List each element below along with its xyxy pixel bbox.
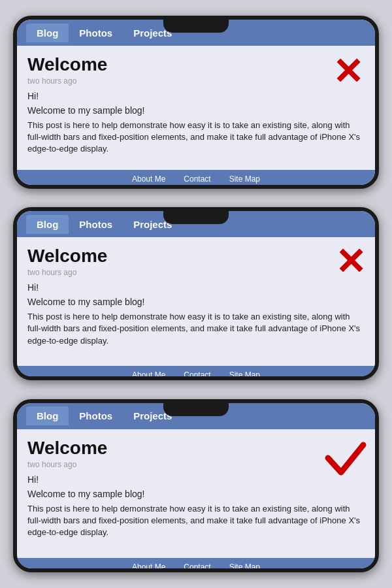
post-hi-3: Hi! xyxy=(27,474,365,485)
nav-tab-blog-3[interactable]: Blog xyxy=(26,406,69,425)
footer-about-1[interactable]: About Me xyxy=(132,174,165,184)
phone-frame-3: Blog Photos Projects Welcome two hours a… xyxy=(13,399,379,572)
post-title-2: Welcome xyxy=(27,246,365,267)
notch-3 xyxy=(163,403,229,416)
footer-bar-3: About Me Contact Site Map xyxy=(17,558,375,572)
content-3: Welcome two hours ago Hi! Welcome to my … xyxy=(17,429,375,558)
post-hi-2: Hi! xyxy=(27,282,365,293)
nav-tab-photos-3[interactable]: Photos xyxy=(69,406,123,425)
footer-contact-2[interactable]: Contact xyxy=(184,370,210,380)
footer-sitemap-3[interactable]: Site Map xyxy=(229,563,260,572)
footer-sitemap-2[interactable]: Site Map xyxy=(229,370,260,380)
post-body-2: This post is here to help demonstrate ho… xyxy=(27,311,365,347)
bad-icon-2: ✕ xyxy=(335,244,366,280)
post-hi-1: Hi! xyxy=(27,91,365,101)
phone-frame-2: Blog Photos Projects Welcome two hours a… xyxy=(13,207,379,380)
footer-about-2[interactable]: About Me xyxy=(132,370,165,380)
post-title-1: Welcome xyxy=(27,55,365,75)
post-time-2: two hours ago xyxy=(27,268,365,277)
good-icon-3 xyxy=(323,438,368,478)
post-time-1: two hours ago xyxy=(27,76,365,86)
post-welcome-2: Welcome to my sample blog! xyxy=(27,297,365,307)
post-welcome-1: Welcome to my sample blog! xyxy=(27,105,365,116)
footer-contact-3[interactable]: Contact xyxy=(184,563,210,572)
post-body-1: This post is here to help demonstrate ho… xyxy=(27,120,365,155)
post-title-3: Welcome xyxy=(27,438,365,459)
footer-about-3[interactable]: About Me xyxy=(132,563,165,572)
nav-tab-photos-2[interactable]: Photos xyxy=(69,215,123,234)
notch-2 xyxy=(163,211,229,224)
content-1: Welcome two hours ago Hi! Welcome to my … xyxy=(17,46,375,170)
footer-contact-1[interactable]: Contact xyxy=(184,174,210,184)
footer-bar-1: About Me Contact Site Map xyxy=(17,170,375,188)
phone-frame-1: Blog Photos Projects Welcome two hours a… xyxy=(13,16,379,189)
nav-tab-blog-1[interactable]: Blog xyxy=(26,24,69,42)
post-time-3: two hours ago xyxy=(27,460,365,469)
post-body-3: This post is here to help demonstrate ho… xyxy=(27,503,365,539)
bad-icon-1: ✕ xyxy=(333,54,363,90)
post-welcome-3: Welcome to my sample blog! xyxy=(27,489,365,499)
nav-tab-blog-2[interactable]: Blog xyxy=(26,215,69,234)
nav-tab-photos-1[interactable]: Photos xyxy=(69,24,123,42)
footer-bar-2: About Me Contact Site Map xyxy=(17,366,375,380)
notch-1 xyxy=(163,20,229,33)
footer-sitemap-1[interactable]: Site Map xyxy=(229,174,260,184)
content-2: Welcome two hours ago Hi! Welcome to my … xyxy=(17,237,375,366)
